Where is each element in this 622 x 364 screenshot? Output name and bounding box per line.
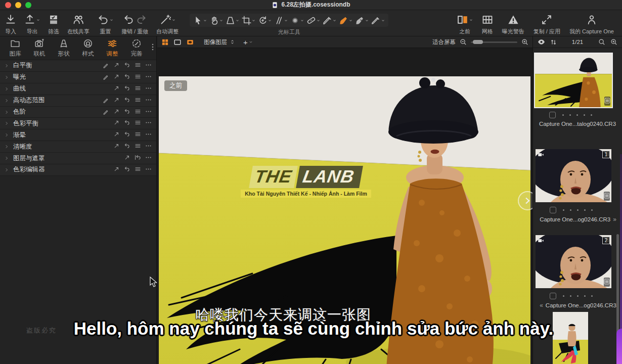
- disclosure-chevron-icon[interactable]: [5, 130, 9, 140]
- eye-icon[interactable]: [538, 39, 545, 45]
- row-menu-icon[interactable]: [135, 142, 141, 151]
- row-copy-icon[interactable]: [113, 165, 120, 174]
- tab-adjustments[interactable]: 调整: [100, 38, 124, 58]
- toolbar-grid-button[interactable]: 网格: [482, 14, 493, 35]
- disclosure-chevron-icon[interactable]: [5, 73, 9, 82]
- disclosure-chevron-icon[interactable]: [5, 154, 9, 163]
- zoom-window-button[interactable]: [25, 2, 31, 8]
- toolbar-before-after-button[interactable]: 之前: [457, 14, 473, 35]
- adjustment-row[interactable]: 图层与遮罩: [0, 153, 156, 164]
- row-copy-icon[interactable]: [113, 73, 120, 82]
- row-local-undo-icon[interactable]: [124, 130, 130, 140]
- thumbnail-image[interactable]: [535, 54, 612, 107]
- row-more-icon[interactable]: [145, 84, 152, 94]
- toolbar-auto-adjust-button[interactable]: 自动调整: [156, 14, 179, 35]
- thumbnail-image[interactable]: 2: [536, 235, 611, 288]
- multi-view-icon[interactable]: [161, 38, 169, 46]
- row-more-icon[interactable]: [145, 165, 152, 174]
- toolbar-my-capture-one-button[interactable]: 我的 Capture One: [569, 14, 614, 35]
- zoom-slider[interactable]: [471, 41, 517, 43]
- toolbar-exposure-warning-button[interactable]: 曝光警告: [502, 14, 524, 35]
- tool-fill-mask[interactable]: [354, 15, 369, 26]
- row-pen-icon[interactable]: [103, 96, 109, 105]
- row-more-icon[interactable]: [145, 154, 152, 163]
- row-local-undo-icon[interactable]: [124, 142, 130, 151]
- adjustment-row[interactable]: 曝光: [0, 72, 156, 83]
- row-more-icon[interactable]: [145, 96, 152, 105]
- row-pen-icon[interactable]: [103, 61, 109, 70]
- search-icon[interactable]: [598, 38, 605, 46]
- row-more-icon[interactable]: [145, 108, 152, 117]
- row-local-undo-icon[interactable]: [124, 61, 130, 70]
- minimize-window-button[interactable]: [15, 2, 21, 8]
- toolbar-online-share-button[interactable]: 在线共享: [67, 14, 90, 35]
- tab-capture[interactable]: 联机: [27, 38, 52, 58]
- row-more-icon[interactable]: [145, 119, 152, 128]
- row-pen-icon[interactable]: [103, 73, 109, 82]
- rating-dots[interactable]: [563, 209, 593, 211]
- row-local-undo-icon[interactable]: [124, 96, 130, 105]
- tool-pan[interactable]: [209, 15, 224, 26]
- thumbnail-item[interactable]: Capture One...talog0240.CR3: [535, 54, 620, 127]
- tool-select[interactable]: [193, 15, 207, 26]
- zoom-slider-handle[interactable]: [473, 40, 483, 44]
- tool-heal[interactable]: [306, 15, 321, 26]
- row-local-undo-icon[interactable]: [124, 165, 130, 174]
- tool-straighten[interactable]: [274, 15, 288, 26]
- zoom-out-icon[interactable]: [460, 38, 467, 46]
- disclosure-chevron-icon[interactable]: [5, 165, 9, 174]
- row-copy-icon[interactable]: [113, 108, 120, 117]
- close-window-button[interactable]: [5, 2, 11, 8]
- row-local-undo-icon[interactable]: [124, 73, 130, 82]
- disclosure-chevron-icon[interactable]: [5, 96, 9, 105]
- tab-refine[interactable]: 完善: [124, 38, 149, 58]
- expand-variants-icon[interactable]: »: [613, 216, 616, 223]
- disclosure-chevron-icon[interactable]: [5, 108, 9, 117]
- tool-crop[interactable]: [241, 15, 256, 26]
- row-menu-icon[interactable]: [135, 165, 141, 174]
- selection-checkbox[interactable]: [550, 207, 556, 213]
- row-copy-icon[interactable]: [113, 142, 120, 151]
- disclosure-chevron-icon[interactable]: [5, 119, 9, 128]
- row-menu-icon[interactable]: [135, 61, 141, 70]
- row-menu-icon[interactable]: [135, 119, 141, 128]
- row-menu-icon[interactable]: [135, 108, 141, 117]
- zoom-fit-label[interactable]: 适合屏幕: [432, 38, 456, 46]
- tab-shapes[interactable]: 形状: [52, 38, 76, 58]
- row-local-undo-icon[interactable]: [124, 108, 130, 117]
- disclosure-chevron-icon[interactable]: [5, 84, 9, 94]
- toolbar-export-button[interactable]: 导出: [24, 14, 40, 35]
- tab-library[interactable]: 图库: [3, 38, 27, 58]
- row-more-icon[interactable]: [145, 73, 152, 82]
- row-menu-icon[interactable]: [135, 130, 141, 140]
- row-menu-icon[interactable]: [135, 96, 141, 105]
- row-more-icon[interactable]: [145, 61, 152, 70]
- thumbnail-item[interactable]: 2 « Capture One...og0246.CR3: [536, 235, 620, 309]
- adjustment-row[interactable]: 色阶: [0, 107, 156, 118]
- row-undo-bar-icon[interactable]: [135, 154, 141, 163]
- disclosure-chevron-icon[interactable]: [5, 142, 9, 151]
- row-more-icon[interactable]: [145, 142, 152, 151]
- toolbar-undo-redo-button[interactable]: 撤销 / 重做: [121, 14, 148, 35]
- toolbar-import-button[interactable]: 导入: [5, 14, 16, 35]
- row-menu-icon[interactable]: [135, 73, 141, 82]
- adjustment-row[interactable]: 高动态范围: [0, 95, 156, 107]
- row-copy-icon[interactable]: [124, 154, 130, 163]
- tool-keystone[interactable]: [225, 15, 240, 26]
- row-local-undo-icon[interactable]: [124, 84, 130, 94]
- tool-clone[interactable]: [322, 15, 337, 26]
- adjustment-row[interactable]: 清晰度: [0, 141, 156, 153]
- row-local-undo-icon[interactable]: [124, 119, 130, 128]
- toolbar-filter-button[interactable]: 筛选: [48, 14, 59, 35]
- tab-styles[interactable]: 样式: [76, 38, 100, 58]
- rating-dots[interactable]: [563, 295, 593, 297]
- thumbnail-zoom-icon[interactable]: [610, 38, 617, 46]
- adjustment-row[interactable]: 曲线: [0, 83, 156, 95]
- adjustment-row[interactable]: 色彩平衡: [0, 118, 156, 129]
- selection-checkbox[interactable]: [549, 112, 556, 118]
- sort-icon[interactable]: [550, 39, 557, 46]
- selection-checkbox[interactable]: [550, 293, 556, 299]
- toolbar-copy-apply-button[interactable]: 复制 / 应用: [534, 14, 560, 35]
- row-copy-icon[interactable]: [113, 61, 120, 70]
- zoom-in-icon[interactable]: [521, 38, 528, 46]
